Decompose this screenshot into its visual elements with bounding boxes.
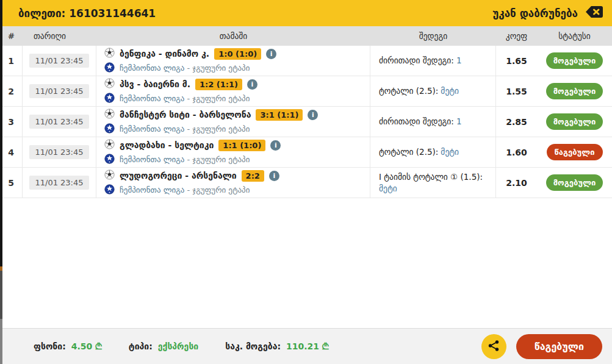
date-cell: 11/01 23:45 (23, 137, 96, 167)
match-datetime: 11/01 23:45 (29, 115, 88, 129)
odds-value: 1.60 (496, 137, 537, 167)
back-button[interactable]: უკან დაბრუნება (492, 5, 603, 21)
score-badge: 2:2 (242, 170, 264, 182)
league-line: ჩემპიონთა ლიგა - ჯგუფური ეტაპი (120, 185, 250, 194)
row-number: 5 (0, 168, 23, 198)
team-names: პსვ - ბაიერნი მ. (120, 79, 190, 89)
info-icon[interactable]: i (266, 49, 276, 59)
league-stage: - ჯგუფური ეტაპი (184, 155, 250, 164)
bet-market: I ტაიმის ტოტალი ① (1.5): (379, 171, 483, 182)
status-cell: მოგებული (537, 76, 612, 106)
bet-market: ტოტალი (2.5): (379, 85, 438, 96)
status-badge: მოგებული (546, 83, 603, 99)
match-datetime: 11/01 23:45 (29, 84, 88, 98)
info-icon[interactable]: i (247, 79, 257, 90)
back-button-label: უკან დაბრუნება (492, 7, 578, 20)
bet-pick: 1 (456, 55, 462, 66)
odds-value: 2.10 (496, 168, 537, 198)
score-badge: 1:1 (1:0) (218, 140, 265, 151)
league-name: ჩემპიონთა ლიგა (120, 63, 184, 73)
row-number: 2 (0, 76, 23, 106)
bet-pick: მეტი (441, 85, 459, 96)
bet-cell: ტოტალი (2.5): მეტი (370, 137, 496, 167)
type-value: ექსპრესი (158, 341, 198, 351)
team-names: მანჩესტერ სიტი - ბარსელონა (120, 110, 251, 120)
game-cell: პსვ - ბაიერნი მ. 1:2 (1:1) i ჩემპიონთა ლ… (96, 76, 370, 106)
team-names: გლადბახი - სელტიკი (120, 140, 214, 150)
league-line: ჩემპიონთა ლიგა - ჯგუფური ეტაპი (120, 155, 250, 164)
champions-league-ball-icon (104, 93, 115, 105)
type-summary: ტიპი: ექსპრესი (129, 341, 198, 351)
ticket-status-button[interactable]: წაგებული (516, 334, 602, 359)
col-header-num: # (0, 31, 23, 41)
league-line: ჩემპიონთა ლიგა - ჯგუფური ეტაპი (120, 124, 250, 134)
date-cell: 11/01 23:45 (23, 46, 96, 76)
ticket-detail-page: ბილეთი: 161031144641 უკან დაბრუნება # თა… (0, 0, 612, 364)
status-cell: წაგებული (537, 137, 612, 167)
bet-pick: მეტი (441, 146, 459, 157)
status-badge: მოგებული (546, 174, 603, 191)
bet-cell: ტოტალი (2.5): მეტი (370, 76, 496, 106)
type-label: ტიპი: (129, 341, 153, 351)
league-stage: - ჯგუფური ეტაპი (184, 94, 250, 103)
status-cell: მოგებული (537, 46, 612, 76)
table-row: 2 11/01 23:45 პსვ - ბაიერნი მ. 1:2 (1:1) (0, 76, 612, 107)
info-icon[interactable]: i (269, 171, 279, 181)
league-stage: - ჯგუფური ეტაპი (184, 185, 250, 194)
info-icon[interactable]: i (308, 110, 318, 120)
league-stage: - ჯგუფური ეტაპი (184, 63, 250, 73)
league-name: ჩემპიონთა ლიგა (120, 94, 184, 103)
table-row: 5 11/01 23:45 ლუდოგორეცი - არსენალი 2:2 (0, 168, 612, 198)
score-badge: 3:1 (1:1) (256, 109, 303, 121)
odds-value: 2.85 (496, 107, 537, 137)
share-button[interactable] (481, 334, 506, 359)
status-badge: მოგებული (546, 52, 603, 69)
game-cell: მანჩესტერ სიტი - ბარსელონა 3:1 (1:1) i ჩ… (96, 107, 370, 137)
champions-league-ball-icon (104, 154, 115, 166)
col-header-game: თამაში (96, 31, 370, 41)
backspace-icon (585, 5, 603, 21)
soccer-ball-icon (104, 170, 115, 182)
odds-value: 1.65 (496, 46, 537, 76)
soccer-ball-icon (104, 109, 115, 121)
bet-pick: 1 (456, 116, 462, 127)
soccer-ball-icon (104, 139, 115, 152)
team-names: ბენფიკა - დინამო კ. (120, 49, 209, 59)
league-line: ჩემპიონთა ლიგა - ჯგუფური ეტაპი (120, 94, 250, 103)
match-datetime: 11/01 23:45 (29, 145, 88, 159)
col-header-coef: კოეფ (496, 31, 537, 41)
stake-summary: ფსონი: 4.50 ₾ (34, 341, 102, 352)
col-header-result: შედეგი (370, 31, 496, 41)
champions-league-ball-icon (104, 184, 115, 196)
champions-league-ball-icon (104, 62, 115, 74)
league-name: ჩემპიონთა ლიგა (120, 124, 184, 134)
stake-value: 4.50 ₾ (71, 341, 102, 352)
share-nodes-icon (488, 340, 500, 354)
league-line: ჩემპიონთა ლიგა - ჯგუფური ეტაპი (120, 63, 250, 73)
table-row: 4 11/01 23:45 გლადბახი - სელტიკი 1:1 (1:… (0, 137, 612, 168)
payout-label: საკ. მოგება: (225, 341, 281, 351)
topbar: ბილეთი: 161031144641 უკან დაბრუნება (0, 0, 612, 26)
odds-value: 1.55 (496, 76, 537, 106)
summary-footer: ფსონი: 4.50 ₾ ტიპი: ექსპრესი საკ. მოგება… (0, 328, 612, 364)
champions-league-ball-icon (104, 123, 115, 135)
table-row: 1 11/01 23:45 ბენფიკა - დინამო კ. 1:0 (1… (0, 46, 612, 76)
match-datetime: 11/01 23:45 (29, 176, 88, 190)
bet-cell: ძირითადი შედეგი: 1 (370, 46, 496, 76)
bet-market: ტოტალი (2.5): (379, 146, 438, 157)
bet-cell: ძირითადი შედეგი: 1 (370, 107, 496, 137)
info-icon[interactable]: i (270, 140, 281, 151)
bet-market: ძირითადი შედეგი: (379, 55, 454, 66)
row-number: 3 (0, 107, 23, 137)
bet-market: ძირითადი შედეგი: (379, 116, 454, 127)
table-header-row: # თარიღი თამაში შედეგი კოეფ სტატუსი (0, 26, 612, 46)
soccer-ball-icon (104, 48, 115, 60)
league-name: ჩემპიონთა ლიგა (120, 155, 184, 164)
stake-label: ფსონი: (34, 341, 66, 351)
bet-pick: მეტი (379, 183, 397, 194)
col-header-status: სტატუსი (537, 31, 612, 41)
league-stage: - ჯგუფური ეტაპი (184, 124, 250, 134)
status-cell: მოგებული (537, 107, 612, 137)
date-cell: 11/01 23:45 (23, 168, 96, 198)
payout-summary: საკ. მოგება: 110.21 ₾ (225, 341, 328, 352)
